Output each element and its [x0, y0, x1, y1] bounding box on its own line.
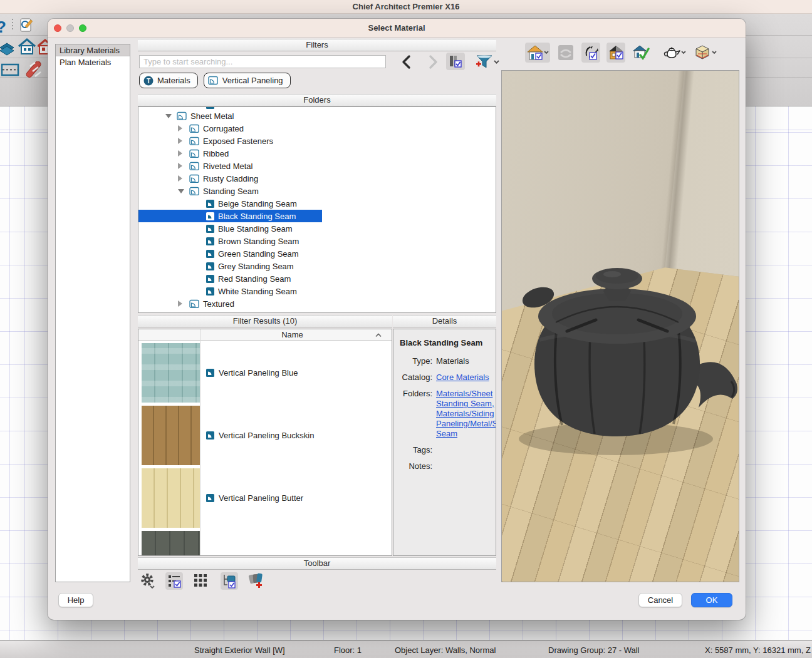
settings-button[interactable] [139, 572, 157, 590]
status-coordinates: X: 5587 mm, Y: 16321 mm, Z [705, 645, 811, 655]
pan-icon [558, 44, 574, 61]
folder-link[interactable]: Paneling/Metal/S [436, 419, 496, 428]
svg-text:T: T [147, 77, 150, 84]
source-list: Library Materials Plan Materials [55, 44, 130, 582]
close-button[interactable] [54, 24, 61, 32]
tree-row-blue-standing-seam[interactable]: Blue Standing Seam [138, 222, 496, 235]
house-icon[interactable] [18, 38, 36, 56]
tree-row-green-standing-seam[interactable]: Green Standing Seam [138, 247, 496, 260]
sidebar-item-plan-materials[interactable]: Plan Materials [56, 56, 130, 68]
result-row-vertical-paneling-butter[interactable]: Vertical Paneling Butter [138, 466, 392, 528]
filter-chip-materials[interactable]: T Materials [139, 73, 198, 88]
result-row-vertical-paneling-buckskin[interactable]: Vertical Paneling Buckskin [138, 403, 392, 466]
tree-view-button[interactable] [221, 572, 238, 590]
list-view-button[interactable] [165, 572, 183, 590]
folder-icon [189, 187, 199, 195]
filter-chip-vertical-paneling[interactable]: Vertical Paneling [204, 73, 291, 88]
name-column-header[interactable]: Name [200, 329, 385, 341]
find-object-icon[interactable] [19, 18, 35, 34]
material-icon [206, 212, 214, 220]
folders-label: Folders: [395, 389, 432, 398]
tree-row-riveted-metal[interactable]: Riveted Metal [138, 160, 496, 172]
camera-view-button[interactable] [525, 43, 550, 63]
library-browser-icon [449, 54, 462, 68]
svg-text:?: ? [0, 18, 6, 35]
collapse-arrow-icon[interactable] [178, 189, 184, 193]
folders-tree: Sheet Metal Corrugated Exposed Fasteners… [138, 106, 496, 313]
expand-arrow-icon[interactable] [178, 125, 182, 131]
layers-icon[interactable] [0, 39, 16, 56]
help-button[interactable]: Help [58, 593, 93, 607]
tree-row-beige-standing-seam[interactable]: Beige Standing Seam [138, 197, 496, 210]
tree-row-corrugated[interactable]: Corrugated [138, 122, 496, 135]
tree-row-black-standing-seam[interactable]: Black Standing Seam [138, 210, 496, 222]
results-column-header[interactable]: Name [138, 329, 392, 341]
orbit-arrows-icon [583, 44, 599, 61]
type-label: Type: [395, 356, 432, 366]
orbit-view-button[interactable] [581, 43, 600, 63]
wall-break-icon[interactable] [1, 63, 20, 78]
tree-row-textured[interactable]: Textured [138, 297, 496, 310]
tree-row-standing-seam[interactable]: Standing Seam [138, 185, 496, 197]
tree-row-red-standing-seam[interactable]: Red Standing Seam [138, 272, 496, 285]
material-icon [206, 237, 214, 245]
minimize-button[interactable] [66, 24, 74, 32]
back-arrow-icon[interactable] [400, 54, 415, 70]
scene-check-button[interactable] [632, 43, 650, 63]
striped-pencil-icon[interactable] [25, 61, 43, 79]
tree-row-exposed-fasteners[interactable]: Exposed Fasteners [138, 135, 496, 147]
material-icon [206, 200, 214, 208]
material-icon [206, 275, 214, 283]
expand-arrow-icon[interactable] [178, 138, 182, 144]
tree-row-grey-standing-seam[interactable]: Grey Standing Seam [138, 260, 496, 272]
floor-plan-icon [608, 44, 624, 61]
folder-icon [189, 149, 199, 158]
toolbar-grip [12, 19, 13, 31]
expand-arrow-icon[interactable] [178, 163, 182, 169]
folder-link[interactable]: Seam [436, 429, 457, 438]
tree-row-white-standing-seam[interactable]: White Standing Seam [138, 285, 496, 297]
grid-view-button[interactable] [193, 572, 211, 590]
sort-ascending-icon[interactable] [375, 333, 382, 337]
material-swatch [142, 343, 200, 403]
result-row-clipped[interactable] [138, 528, 392, 556]
folder-link[interactable]: Materials/Siding [436, 409, 494, 418]
app-title: Chief Architect Premier X16 [0, 0, 812, 14]
zoom-button[interactable] [79, 24, 86, 32]
forward-arrow-icon[interactable] [425, 54, 440, 70]
screen: Chief Architect Premier X16 ? [0, 0, 812, 658]
preview-object-button[interactable] [662, 43, 687, 63]
preview-box-button[interactable] [693, 43, 718, 63]
search-input[interactable] [139, 55, 386, 68]
sidebar-item-library-materials[interactable]: Library Materials [56, 44, 130, 56]
material-preview-viewport[interactable] [501, 70, 739, 582]
details-title: Black Standing Seam [400, 338, 482, 347]
tree-row-ribbed[interactable]: Ribbed [138, 147, 496, 160]
ok-button[interactable]: OK [691, 593, 732, 607]
expand-arrow-icon[interactable] [178, 150, 182, 157]
material-icon [206, 431, 214, 440]
material-icon [206, 225, 214, 233]
collapse-arrow-icon[interactable] [165, 114, 172, 118]
library-browser-button[interactable] [446, 53, 465, 70]
tree-row-brown-standing-seam[interactable]: Brown Standing Seam [138, 235, 496, 247]
expand-arrow-icon[interactable] [178, 175, 182, 182]
help-question-icon[interactable]: ? [0, 18, 11, 35]
result-row-vertical-paneling-blue[interactable]: Vertical Paneling Blue [138, 341, 392, 403]
folder-link[interactable]: Standing Seam, [436, 399, 494, 408]
expand-arrow-icon[interactable] [178, 301, 182, 307]
folder-link[interactable]: Materials/Sheet [436, 389, 492, 398]
active-filter-chips: T Materials Vertical Paneling [139, 73, 291, 88]
tree-row-sheet-metal[interactable]: Sheet Metal [138, 110, 496, 122]
folder-icon [189, 162, 199, 170]
type-circle-t-icon: T [143, 76, 154, 86]
filter-add-button[interactable] [473, 54, 501, 70]
cancel-button[interactable]: Cancel [638, 593, 682, 607]
copy-material-button[interactable] [248, 572, 266, 590]
catalog-link[interactable]: Core Materials [436, 373, 489, 382]
folder-icon [189, 136, 199, 145]
tree-row-rusty-cladding[interactable]: Rusty Cladding [138, 172, 496, 185]
pan-view-button[interactable] [556, 43, 575, 63]
plan-view-button[interactable] [606, 43, 625, 63]
folder-icon [189, 174, 199, 183]
